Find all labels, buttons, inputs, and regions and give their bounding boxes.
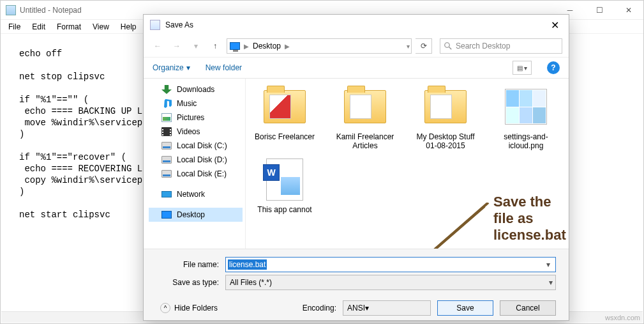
savetype-label: Save as type:	[150, 278, 225, 287]
search-icon	[444, 42, 452, 50]
tree-item-desktop[interactable]: Desktop	[149, 208, 243, 222]
hide-folders-button[interactable]: ^ Hide Folders	[160, 303, 218, 313]
file-thumb	[262, 157, 308, 203]
tree-item-local-disk-c-[interactable]: Local Disk (C:)	[149, 139, 243, 153]
disk-icon	[161, 156, 172, 164]
desktop-icon	[230, 42, 240, 50]
filename-value: license.bat	[228, 259, 267, 270]
cancel-button[interactable]: Cancel	[500, 300, 556, 316]
nav-forward-button[interactable]: →	[169, 38, 184, 54]
search-placeholder: Search Desktop	[456, 42, 510, 50]
search-input[interactable]: Search Desktop	[440, 38, 562, 54]
chevron-down-icon: ▾	[186, 63, 190, 72]
save-button[interactable]: Save	[437, 300, 493, 316]
close-button[interactable]: ✕	[614, 1, 643, 20]
filename-label: File name:	[150, 260, 225, 269]
tree-item-videos[interactable]: Videos	[149, 125, 243, 139]
tree-item-label: Network	[177, 190, 205, 199]
chevron-up-icon: ^	[160, 303, 170, 313]
help-button[interactable]: ?	[547, 61, 560, 74]
svg-line-1	[449, 47, 452, 50]
tree-item-label: Pictures	[177, 113, 204, 122]
filename-dropdown-button[interactable]: ▾	[543, 259, 554, 270]
net-icon	[161, 191, 172, 197]
organize-button[interactable]: Organize ▾	[153, 63, 190, 72]
tree-item-label: Local Disk (D:)	[177, 155, 227, 164]
tree-item-label: Music	[177, 99, 197, 108]
dialog-title: Save As	[165, 20, 541, 29]
new-folder-button[interactable]: New folder	[206, 63, 242, 72]
encoding-label: Encoding:	[303, 304, 336, 312]
maximize-button[interactable]: ☐	[585, 1, 614, 20]
file-name: Borisc Freelancer	[255, 132, 315, 141]
encoding-value: ANSI	[347, 304, 365, 312]
watermark: wsxdn.com	[605, 314, 640, 321]
file-name: My Desktop Stuff 01-08-2015	[413, 132, 478, 150]
vid-icon	[161, 127, 172, 136]
menu-edit[interactable]: Edit	[27, 21, 50, 33]
dialog-toolbar: Organize ▾ New folder ▤ ▾ ?	[144, 57, 569, 79]
address-bar[interactable]: ▶ Desktop ▶ ▾	[227, 38, 412, 54]
file-item[interactable]: Borisc Freelancer	[252, 84, 317, 150]
file-item[interactable]: My Desktop Stuff 01-08-2015	[413, 84, 478, 150]
annotation-text: Save the file as license.bat	[493, 194, 569, 243]
disk-icon	[161, 170, 172, 178]
refresh-button[interactable]: ⟳	[416, 38, 432, 54]
dialog-navbar: ← → ▾ ↑ ▶ Desktop ▶ ▾ ⟳ Search Desktop	[144, 35, 569, 57]
menu-file[interactable]: File	[3, 21, 26, 33]
file-name: Kamil Freelancer Articles	[333, 132, 398, 150]
tree-item-music[interactable]: Music	[149, 96, 243, 111]
notepad-title: Untitled - Notepad	[20, 6, 555, 15]
tree-item-label: Local Disk (C:)	[177, 141, 227, 150]
tree-item-local-disk-d-[interactable]: Local Disk (D:)	[149, 153, 243, 167]
dl-icon	[161, 85, 172, 94]
desk-icon	[161, 211, 172, 219]
menu-help[interactable]: Help	[116, 21, 142, 33]
chevron-down-icon: ▾	[549, 275, 553, 289]
dialog-titlebar: Save As ✕	[144, 15, 569, 35]
chevron-down-icon: ▾	[365, 304, 369, 312]
tree-item-local-disk-e-[interactable]: Local Disk (E:)	[149, 167, 243, 181]
chevron-down-icon[interactable]: ▾	[407, 43, 410, 50]
notepad-icon	[6, 5, 16, 15]
tree-item-downloads[interactable]: Downloads	[149, 82, 243, 96]
music-icon	[161, 99, 172, 108]
dialog-close-button[interactable]: ✕	[541, 15, 569, 35]
filename-input[interactable]: license.bat ▾	[225, 257, 556, 272]
file-name: This app cannot	[257, 205, 311, 214]
svg-point-0	[445, 43, 450, 48]
breadcrumb-desktop[interactable]: Desktop	[253, 42, 281, 50]
chevron-right-icon: ▶	[244, 43, 249, 50]
nav-up-button[interactable]: ↑	[207, 38, 223, 54]
nav-tree: DownloadsMusicPicturesVideosLocal Disk (…	[144, 79, 246, 249]
tree-item-label: Downloads	[177, 85, 214, 94]
view-mode-button[interactable]: ▤ ▾	[513, 61, 532, 75]
nav-back-button[interactable]: ←	[150, 38, 165, 54]
menu-format[interactable]: Format	[52, 21, 86, 33]
nav-recent-button[interactable]: ▾	[188, 38, 204, 54]
pic-icon	[161, 113, 172, 122]
file-name: settings-and-icloud.png	[493, 132, 558, 150]
tree-item-network[interactable]: Network	[149, 187, 243, 201]
tree-item-label: Desktop	[177, 210, 205, 219]
tree-item-pictures[interactable]: Pictures	[149, 111, 243, 125]
dialog-bottom-panel: File name: license.bat ▾ Save as type: A…	[144, 249, 569, 320]
file-thumb	[423, 84, 468, 130]
file-item[interactable]: This app cannot	[252, 157, 317, 214]
tree-item-label: Videos	[177, 127, 200, 136]
save-as-dialog: Save As ✕ ← → ▾ ↑ ▶ Desktop ▶ ▾ ⟳ Search…	[143, 14, 569, 321]
savetype-value: All Files (*.*)	[230, 278, 272, 287]
file-thumb	[503, 84, 549, 130]
encoding-select[interactable]: ANSI ▾	[343, 300, 431, 316]
disk-icon	[161, 142, 172, 150]
file-thumb	[342, 84, 388, 130]
savetype-select[interactable]: All Files (*.*) ▾	[225, 275, 556, 290]
chevron-right-icon: ▶	[285, 43, 290, 50]
tree-item-label: Local Disk (E:)	[177, 169, 227, 178]
menu-view[interactable]: View	[87, 21, 114, 33]
file-item[interactable]: settings-and-icloud.png	[493, 84, 558, 150]
dialog-icon	[150, 20, 160, 30]
file-item[interactable]: Kamil Freelancer Articles	[333, 84, 398, 150]
file-thumb	[262, 84, 308, 130]
